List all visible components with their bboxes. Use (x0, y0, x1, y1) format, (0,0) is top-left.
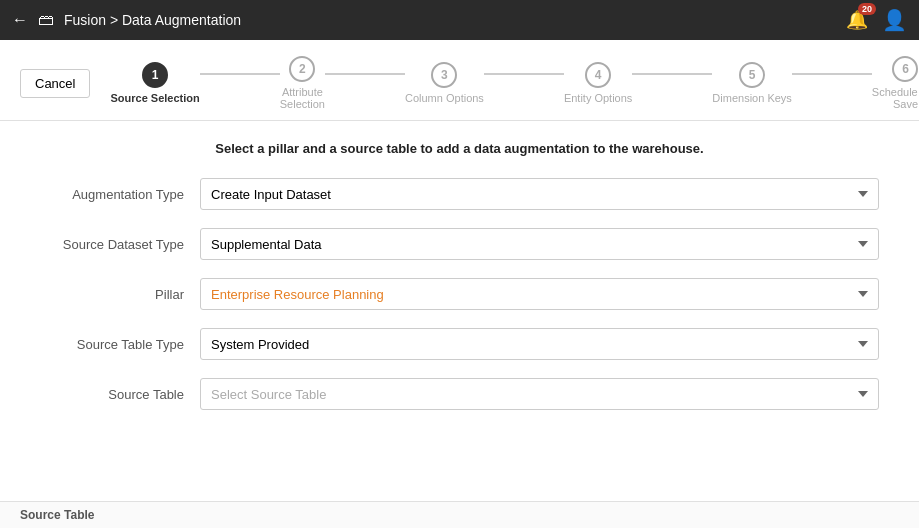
step-3-circle: 3 (431, 62, 457, 88)
user-avatar-icon[interactable]: 👤 (882, 8, 907, 32)
pillar-row: Pillar Enterprise Resource Planning (40, 278, 879, 310)
connector-4-5 (632, 73, 712, 75)
step-1-circle: 1 (142, 62, 168, 88)
step-5-circle: 5 (739, 62, 765, 88)
step-3-label: Column Options (405, 92, 484, 104)
back-button[interactable]: ← (12, 11, 28, 29)
main-content: Cancel 1 Source Selection 2 AttributeSel… (0, 40, 919, 528)
topbar-left: ← 🗃 Fusion > Data Augmentation (12, 11, 241, 29)
step-4-circle: 4 (585, 62, 611, 88)
form-description: Select a pillar and a source table to ad… (40, 141, 879, 156)
wizard-steps: 1 Source Selection 2 AttributeSelection … (110, 56, 919, 110)
augmentation-type-row: Augmentation Type Create Input Dataset (40, 178, 879, 210)
topbar: ← 🗃 Fusion > Data Augmentation 🔔 20 👤 (0, 0, 919, 40)
connector-3-4 (484, 73, 564, 75)
step-6-label: Schedule andSave (872, 86, 919, 110)
notification-badge: 20 (858, 3, 876, 15)
source-table-type-label: Source Table Type (40, 337, 200, 352)
step-2-label: AttributeSelection (280, 86, 325, 110)
connector-2-3 (325, 73, 405, 75)
bottom-source-table-label: Source Table (20, 508, 94, 522)
source-table-type-row: Source Table Type System Provided (40, 328, 879, 360)
connector-5-6 (792, 73, 872, 75)
source-table-row: Source Table Select Source Table (40, 378, 879, 410)
topbar-app-icon: 🗃 (38, 11, 54, 29)
wizard-header: Cancel 1 Source Selection 2 AttributeSel… (0, 40, 919, 121)
step-6: 6 Schedule andSave (872, 56, 919, 110)
topbar-right: 🔔 20 👤 (846, 8, 907, 32)
bottom-bar: Source Table (0, 501, 919, 528)
connector-1-2 (200, 73, 280, 75)
step-2-circle: 2 (289, 56, 315, 82)
topbar-breadcrumb: Fusion > Data Augmentation (64, 12, 241, 28)
source-table-type-select[interactable]: System Provided (200, 328, 879, 360)
step-4: 4 Entity Options (564, 62, 632, 104)
cancel-button[interactable]: Cancel (20, 69, 90, 98)
step-5-label: Dimension Keys (712, 92, 791, 104)
form-area: Select a pillar and a source table to ad… (0, 121, 919, 501)
step-4-label: Entity Options (564, 92, 632, 104)
pillar-select[interactable]: Enterprise Resource Planning (200, 278, 879, 310)
step-1-label: Source Selection (110, 92, 199, 104)
pillar-label: Pillar (40, 287, 200, 302)
notification-area[interactable]: 🔔 20 (846, 9, 868, 31)
step-2: 2 AttributeSelection (280, 56, 325, 110)
augmentation-type-select[interactable]: Create Input Dataset (200, 178, 879, 210)
step-3: 3 Column Options (405, 62, 484, 104)
step-6-circle: 6 (892, 56, 918, 82)
step-5: 5 Dimension Keys (712, 62, 791, 104)
source-table-label: Source Table (40, 387, 200, 402)
source-dataset-type-select[interactable]: Supplemental Data (200, 228, 879, 260)
source-dataset-type-row: Source Dataset Type Supplemental Data (40, 228, 879, 260)
step-1: 1 Source Selection (110, 62, 199, 104)
source-dataset-type-label: Source Dataset Type (40, 237, 200, 252)
source-table-select[interactable]: Select Source Table (200, 378, 879, 410)
augmentation-type-label: Augmentation Type (40, 187, 200, 202)
